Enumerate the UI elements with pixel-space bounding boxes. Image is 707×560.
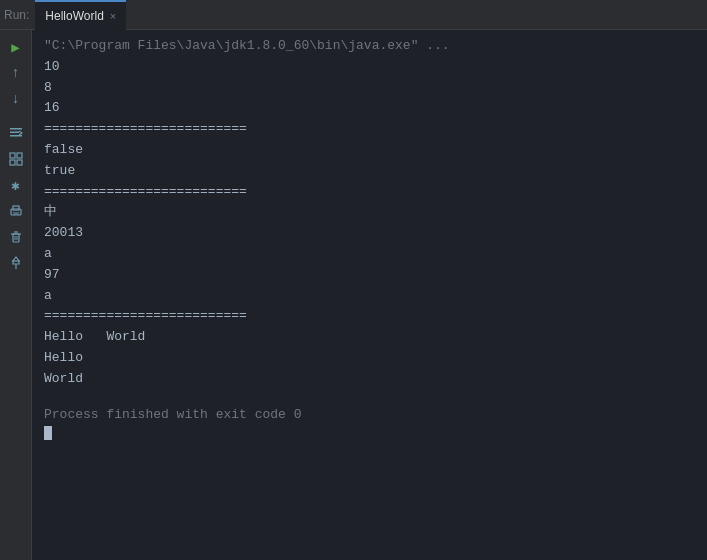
print-button[interactable] bbox=[5, 200, 27, 222]
run-label: Run: bbox=[4, 8, 29, 22]
tab-label: HelloWorld bbox=[45, 9, 103, 23]
svg-rect-5 bbox=[10, 160, 15, 165]
svg-rect-1 bbox=[10, 132, 19, 134]
main-area: ▶ ↑ ↓ ✱ bbox=[0, 30, 707, 560]
console-line: a bbox=[44, 244, 695, 265]
tab-bar: Run: HelloWorld × bbox=[0, 0, 707, 30]
console-line: "C:\Program Files\Java\jdk1.8.0_60\bin\j… bbox=[44, 36, 695, 57]
cursor bbox=[44, 426, 52, 440]
svg-rect-6 bbox=[17, 160, 22, 165]
settings-button[interactable]: ✱ bbox=[5, 174, 27, 196]
run-button[interactable]: ▶ bbox=[5, 36, 27, 58]
console-line: a bbox=[44, 286, 695, 307]
console-line: 8 bbox=[44, 78, 695, 99]
tab-helloworld[interactable]: HelloWorld × bbox=[35, 0, 126, 30]
console-line: ========================== bbox=[44, 306, 695, 327]
console-line: Hello bbox=[44, 348, 695, 369]
clear-button[interactable] bbox=[5, 226, 27, 248]
toolbar: ▶ ↑ ↓ ✱ bbox=[0, 30, 32, 560]
svg-rect-2 bbox=[10, 135, 22, 137]
pin-button[interactable] bbox=[5, 252, 27, 274]
console-line: 中 bbox=[44, 202, 695, 223]
svg-rect-4 bbox=[17, 153, 22, 158]
console-line: World bbox=[44, 369, 695, 390]
align-button[interactable] bbox=[5, 148, 27, 170]
console-line: 16 bbox=[44, 98, 695, 119]
scroll-up-button[interactable]: ↑ bbox=[5, 62, 27, 84]
console-line: 97 bbox=[44, 265, 695, 286]
svg-rect-9 bbox=[13, 212, 19, 215]
svg-rect-3 bbox=[10, 153, 15, 158]
svg-rect-0 bbox=[10, 128, 22, 130]
console-line: ========================== bbox=[44, 182, 695, 203]
tab-close-button[interactable]: × bbox=[110, 10, 116, 22]
console-line: 10 bbox=[44, 57, 695, 78]
console-line: false bbox=[44, 140, 695, 161]
console-line: true bbox=[44, 161, 695, 182]
console-output: "C:\Program Files\Java\jdk1.8.0_60\bin\j… bbox=[32, 30, 707, 560]
console-line: Hello World bbox=[44, 327, 695, 348]
console-line: Process finished with exit code 0 bbox=[44, 405, 695, 426]
wrap-button[interactable] bbox=[5, 122, 27, 144]
console-line: 20013 bbox=[44, 223, 695, 244]
svg-rect-10 bbox=[13, 234, 19, 242]
console-line: ========================== bbox=[44, 119, 695, 140]
scroll-down-button[interactable]: ↓ bbox=[5, 88, 27, 110]
cursor-line bbox=[44, 426, 695, 440]
console-line bbox=[44, 390, 695, 406]
